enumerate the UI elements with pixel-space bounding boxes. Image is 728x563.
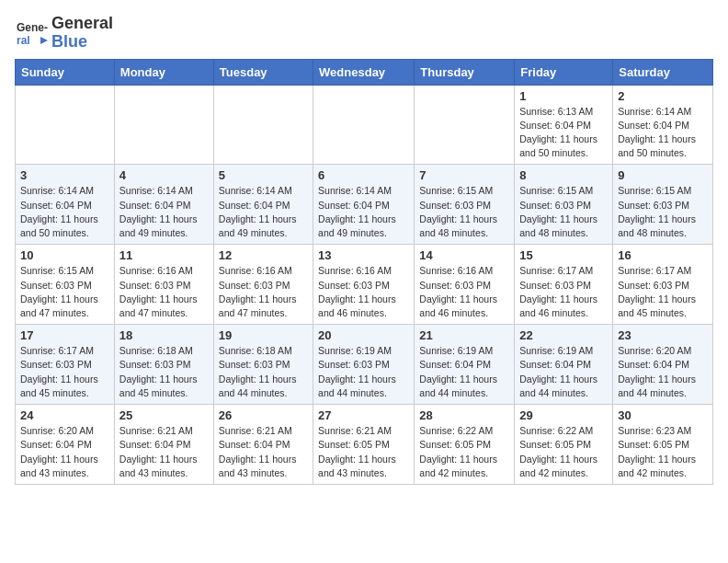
calendar-cell: 1Sunrise: 6:13 AM Sunset: 6:04 PM Daylig…: [515, 85, 613, 165]
logo-svg: Gene- ral: [15, 17, 48, 50]
calendar-week-row: 10Sunrise: 6:15 AM Sunset: 6:03 PM Dayli…: [16, 245, 713, 325]
day-info: Sunrise: 6:22 AM Sunset: 6:05 PM Dayligh…: [519, 424, 608, 480]
day-info: Sunrise: 6:14 AM Sunset: 6:04 PM Dayligh…: [219, 184, 308, 240]
day-info: Sunrise: 6:21 AM Sunset: 6:04 PM Dayligh…: [219, 424, 308, 480]
calendar-cell: 12Sunrise: 6:16 AM Sunset: 6:03 PM Dayli…: [213, 245, 313, 325]
day-number: 28: [419, 408, 509, 422]
day-number: 9: [618, 168, 708, 182]
calendar-cell: 10Sunrise: 6:15 AM Sunset: 6:03 PM Dayli…: [16, 245, 115, 325]
calendar-day-header: Monday: [114, 59, 213, 85]
calendar-cell: 3Sunrise: 6:14 AM Sunset: 6:04 PM Daylig…: [16, 165, 115, 245]
calendar-week-row: 24Sunrise: 6:20 AM Sunset: 6:04 PM Dayli…: [16, 405, 713, 485]
day-number: 5: [219, 168, 308, 182]
day-number: 25: [119, 408, 209, 422]
day-number: 22: [519, 328, 608, 342]
day-number: 11: [119, 248, 209, 262]
calendar-cell: 5Sunrise: 6:14 AM Sunset: 6:04 PM Daylig…: [213, 165, 313, 245]
day-info: Sunrise: 6:18 AM Sunset: 6:03 PM Dayligh…: [119, 344, 209, 400]
day-info: Sunrise: 6:19 AM Sunset: 6:03 PM Dayligh…: [318, 344, 409, 400]
calendar-week-row: 3Sunrise: 6:14 AM Sunset: 6:04 PM Daylig…: [16, 165, 713, 245]
day-number: 26: [219, 408, 308, 422]
day-info: Sunrise: 6:14 AM Sunset: 6:04 PM Dayligh…: [618, 105, 708, 161]
day-number: 19: [219, 328, 308, 342]
day-number: 18: [119, 328, 209, 342]
calendar-day-header: Sunday: [16, 59, 115, 85]
day-number: 14: [419, 248, 509, 262]
day-info: Sunrise: 6:16 AM Sunset: 6:03 PM Dayligh…: [219, 264, 308, 320]
calendar-cell: 6Sunrise: 6:14 AM Sunset: 6:04 PM Daylig…: [313, 165, 415, 245]
calendar-cell: [415, 85, 515, 165]
calendar-week-row: 1Sunrise: 6:13 AM Sunset: 6:04 PM Daylig…: [16, 85, 713, 165]
day-number: 23: [618, 328, 708, 342]
calendar-cell: 17Sunrise: 6:17 AM Sunset: 6:03 PM Dayli…: [16, 325, 115, 405]
calendar-cell: 23Sunrise: 6:20 AM Sunset: 6:04 PM Dayli…: [613, 325, 713, 405]
day-info: Sunrise: 6:17 AM Sunset: 6:03 PM Dayligh…: [20, 344, 109, 400]
day-info: Sunrise: 6:21 AM Sunset: 6:05 PM Dayligh…: [318, 424, 409, 480]
calendar-week-row: 17Sunrise: 6:17 AM Sunset: 6:03 PM Dayli…: [16, 325, 713, 405]
logo-blue-text: Blue: [51, 33, 113, 52]
day-number: 1: [519, 89, 608, 103]
calendar-cell: 8Sunrise: 6:15 AM Sunset: 6:03 PM Daylig…: [515, 165, 613, 245]
day-number: 3: [20, 168, 109, 182]
day-info: Sunrise: 6:15 AM Sunset: 6:03 PM Dayligh…: [618, 184, 708, 240]
day-info: Sunrise: 6:21 AM Sunset: 6:04 PM Dayligh…: [119, 424, 209, 480]
calendar-day-header: Saturday: [613, 59, 713, 85]
day-number: 4: [119, 168, 209, 182]
day-number: 30: [618, 408, 708, 422]
day-number: 24: [20, 408, 109, 422]
day-info: Sunrise: 6:14 AM Sunset: 6:04 PM Dayligh…: [119, 184, 209, 240]
page-header: Gene- ral General Blue: [15, 15, 713, 52]
logo-general-text: General: [51, 14, 113, 32]
day-info: Sunrise: 6:18 AM Sunset: 6:03 PM Dayligh…: [219, 344, 308, 400]
day-info: Sunrise: 6:17 AM Sunset: 6:03 PM Dayligh…: [519, 264, 608, 320]
calendar-cell: 28Sunrise: 6:22 AM Sunset: 6:05 PM Dayli…: [415, 405, 515, 485]
calendar-cell: 11Sunrise: 6:16 AM Sunset: 6:03 PM Dayli…: [114, 245, 213, 325]
day-info: Sunrise: 6:20 AM Sunset: 6:04 PM Dayligh…: [20, 424, 109, 480]
calendar-cell: 9Sunrise: 6:15 AM Sunset: 6:03 PM Daylig…: [613, 165, 713, 245]
day-info: Sunrise: 6:16 AM Sunset: 6:03 PM Dayligh…: [318, 264, 409, 320]
day-info: Sunrise: 6:14 AM Sunset: 6:04 PM Dayligh…: [20, 184, 109, 240]
calendar-cell: [213, 85, 313, 165]
calendar-cell: 15Sunrise: 6:17 AM Sunset: 6:03 PM Dayli…: [515, 245, 613, 325]
svg-text:ral: ral: [17, 34, 30, 47]
day-number: 10: [20, 248, 109, 262]
day-number: 8: [519, 168, 608, 182]
day-info: Sunrise: 6:23 AM Sunset: 6:05 PM Dayligh…: [618, 424, 708, 480]
day-info: Sunrise: 6:15 AM Sunset: 6:03 PM Dayligh…: [519, 184, 608, 240]
day-number: 6: [318, 168, 409, 182]
calendar-cell: 26Sunrise: 6:21 AM Sunset: 6:04 PM Dayli…: [213, 405, 313, 485]
calendar-cell: 18Sunrise: 6:18 AM Sunset: 6:03 PM Dayli…: [114, 325, 213, 405]
calendar-cell: [114, 85, 213, 165]
day-info: Sunrise: 6:17 AM Sunset: 6:03 PM Dayligh…: [618, 264, 708, 320]
calendar-cell: 29Sunrise: 6:22 AM Sunset: 6:05 PM Dayli…: [515, 405, 613, 485]
calendar-cell: 25Sunrise: 6:21 AM Sunset: 6:04 PM Dayli…: [114, 405, 213, 485]
calendar-cell: 20Sunrise: 6:19 AM Sunset: 6:03 PM Dayli…: [313, 325, 415, 405]
calendar-cell: 27Sunrise: 6:21 AM Sunset: 6:05 PM Dayli…: [313, 405, 415, 485]
calendar-day-header: Wednesday: [313, 59, 415, 85]
calendar-cell: 7Sunrise: 6:15 AM Sunset: 6:03 PM Daylig…: [415, 165, 515, 245]
day-info: Sunrise: 6:16 AM Sunset: 6:03 PM Dayligh…: [419, 264, 509, 320]
day-info: Sunrise: 6:15 AM Sunset: 6:03 PM Dayligh…: [419, 184, 509, 240]
day-info: Sunrise: 6:22 AM Sunset: 6:05 PM Dayligh…: [419, 424, 509, 480]
calendar-table: SundayMondayTuesdayWednesdayThursdayFrid…: [15, 59, 713, 485]
day-number: 13: [318, 248, 409, 262]
calendar-day-header: Thursday: [415, 59, 515, 85]
calendar-cell: 2Sunrise: 6:14 AM Sunset: 6:04 PM Daylig…: [613, 85, 713, 165]
day-number: 12: [219, 248, 308, 262]
calendar-cell: 22Sunrise: 6:19 AM Sunset: 6:04 PM Dayli…: [515, 325, 613, 405]
day-info: Sunrise: 6:14 AM Sunset: 6:04 PM Dayligh…: [318, 184, 409, 240]
day-number: 27: [318, 408, 409, 422]
day-info: Sunrise: 6:19 AM Sunset: 6:04 PM Dayligh…: [419, 344, 509, 400]
day-number: 15: [519, 248, 608, 262]
calendar-cell: 13Sunrise: 6:16 AM Sunset: 6:03 PM Dayli…: [313, 245, 415, 325]
day-number: 29: [519, 408, 608, 422]
calendar-day-header: Tuesday: [213, 59, 313, 85]
calendar-cell: [313, 85, 415, 165]
day-info: Sunrise: 6:19 AM Sunset: 6:04 PM Dayligh…: [519, 344, 608, 400]
day-number: 17: [20, 328, 109, 342]
day-number: 7: [419, 168, 509, 182]
day-info: Sunrise: 6:20 AM Sunset: 6:04 PM Dayligh…: [618, 344, 708, 400]
calendar-cell: 14Sunrise: 6:16 AM Sunset: 6:03 PM Dayli…: [415, 245, 515, 325]
calendar-cell: 21Sunrise: 6:19 AM Sunset: 6:04 PM Dayli…: [415, 325, 515, 405]
day-number: 2: [618, 89, 708, 103]
